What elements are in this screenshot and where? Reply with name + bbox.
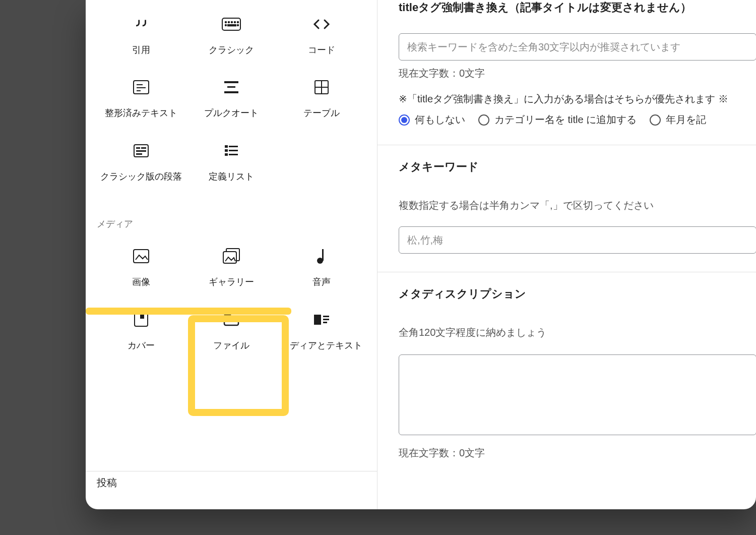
file-icon (223, 309, 240, 331)
settings-pane: titleタグ強制書き換え（記事タイトルは変更されません） 現在文字数：0文字 … (377, 0, 756, 509)
block-label: 引用 (132, 44, 150, 56)
meta-description-hint: 全角120文字程度に納めましょう (399, 326, 756, 339)
cover-icon (134, 309, 149, 331)
svg-point-2 (228, 22, 229, 23)
title-override-label: titleタグ強制書き換え（記事タイトルは変更されません） (399, 0, 756, 15)
radio-label: カテゴリー名を title に追加する (494, 113, 637, 127)
block-label: ファイル (213, 340, 249, 351)
definition-list-icon (224, 140, 239, 162)
preformatted-icon (133, 76, 150, 98)
svg-rect-13 (224, 81, 238, 83)
meta-keywords-hint: 複数指定する場合は半角カンマ「,」で区切ってください (399, 199, 756, 212)
block-image[interactable]: 画像 (96, 235, 186, 298)
title-override-note: ※「titleタグ強制書き換え」に入力がある場合はそちらが優先されます ※ (399, 92, 756, 106)
svg-rect-39 (323, 322, 327, 323)
svg-rect-15 (224, 91, 238, 93)
block-media-text[interactable]: メディアとテキスト (277, 299, 367, 362)
radio-add-date[interactable]: 年月を記 (650, 113, 706, 127)
radio-label: 何もしない (415, 113, 465, 127)
svg-rect-30 (134, 250, 149, 263)
block-label: カバー (128, 340, 155, 351)
block-classic[interactable]: クラシック (186, 3, 276, 66)
svg-rect-27 (229, 150, 238, 151)
keyboard-icon (221, 13, 241, 35)
svg-rect-25 (229, 146, 238, 147)
block-label: クラシック (209, 44, 254, 56)
meta-keywords-label: メタキーワード (399, 159, 756, 174)
block-definition-list[interactable]: 定義リスト (186, 130, 276, 193)
pullquote-icon (223, 76, 239, 98)
meta-description-label: メタディスクリプション (399, 286, 756, 302)
meta-description-textarea[interactable] (399, 354, 756, 435)
svg-rect-35 (141, 313, 144, 318)
svg-point-7 (237, 25, 238, 26)
code-icon (312, 13, 331, 35)
block-preformatted[interactable]: 整形済みテキスト (96, 66, 186, 129)
svg-rect-14 (227, 86, 235, 88)
svg-rect-22 (136, 150, 146, 152)
block-quote[interactable]: 引用 (96, 3, 186, 66)
quote-icon (133, 13, 150, 35)
block-label: プルクオート (204, 107, 259, 119)
block-label: ギャラリー (209, 276, 254, 288)
svg-rect-31 (223, 252, 236, 263)
svg-rect-26 (225, 149, 228, 152)
block-classic-paragraph[interactable]: クラシック版の段落 (96, 130, 186, 193)
title-override-charcount: 現在文字数：0文字 (399, 67, 756, 80)
svg-point-3 (231, 22, 232, 23)
block-file[interactable]: ファイル (186, 299, 276, 362)
block-label: 整形済みテキスト (105, 107, 177, 119)
svg-point-1 (225, 22, 226, 23)
radio-do-nothing[interactable]: 何もしない (399, 113, 465, 127)
svg-rect-23 (136, 153, 142, 155)
radio-label: 年月を記 (666, 113, 706, 127)
audio-icon (317, 245, 327, 267)
block-audio[interactable]: 音声 (277, 235, 367, 298)
svg-rect-38 (323, 319, 329, 320)
block-label: コード (308, 44, 335, 56)
block-pullquote[interactable]: プルクオート (186, 66, 276, 129)
block-label: メディアとテキスト (281, 340, 362, 351)
svg-point-4 (234, 22, 235, 23)
block-label: テーブル (303, 107, 340, 119)
title-override-input[interactable] (399, 33, 756, 61)
svg-rect-21 (141, 147, 146, 149)
svg-rect-29 (229, 154, 238, 155)
gallery-icon (222, 245, 240, 267)
block-label: 画像 (132, 276, 150, 288)
media-text-icon (313, 309, 330, 331)
svg-point-5 (237, 22, 238, 23)
bottom-bar[interactable]: 投稿 (86, 471, 377, 494)
block-label: クラシック版の段落 (100, 171, 182, 183)
bottom-bar-label: 投稿 (97, 476, 117, 490)
radio-add-category[interactable]: カテゴリー名を title に追加する (478, 113, 637, 127)
svg-point-6 (225, 25, 226, 26)
image-icon (133, 245, 150, 267)
table-icon (314, 76, 329, 98)
svg-rect-28 (225, 153, 228, 156)
block-cover[interactable]: カバー (96, 299, 186, 362)
meta-description-charcount: 現在文字数：0文字 (399, 446, 756, 460)
block-label: 音声 (312, 276, 331, 288)
svg-rect-37 (323, 316, 329, 317)
block-code[interactable]: コード (277, 3, 367, 66)
svg-rect-33 (322, 249, 324, 261)
block-gallery[interactable]: ギャラリー (186, 235, 276, 298)
block-inserter-panel: 引用 クラシック コード 整形済みテキスト (86, 0, 377, 494)
block-label: 定義リスト (209, 171, 254, 183)
svg-rect-24 (225, 145, 228, 148)
svg-rect-20 (136, 147, 140, 149)
media-section-title: メディア (86, 213, 377, 235)
meta-keywords-input[interactable] (399, 226, 756, 254)
svg-rect-36 (314, 315, 321, 325)
block-table[interactable]: テーブル (277, 66, 367, 129)
classic-paragraph-icon (133, 140, 149, 162)
svg-rect-8 (228, 25, 236, 26)
